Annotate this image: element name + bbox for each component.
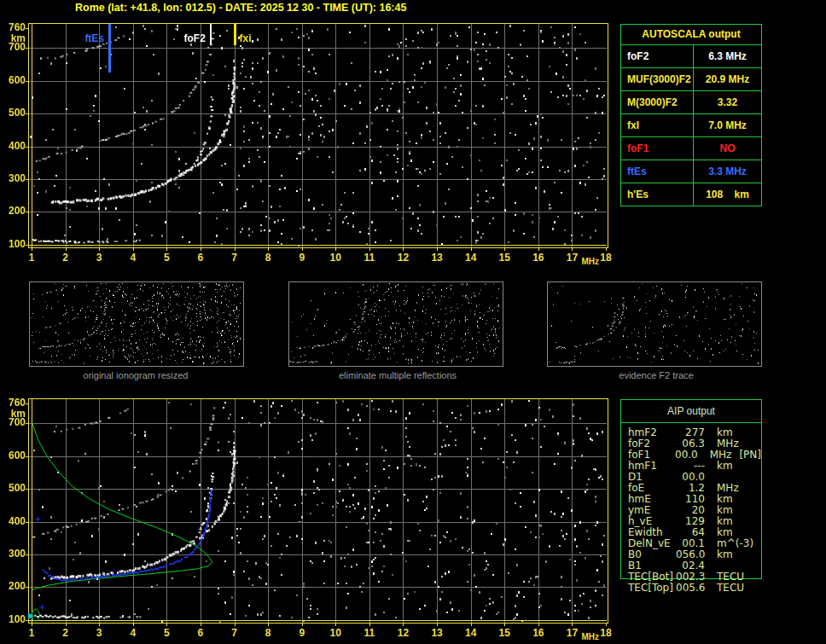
x-axis-tick-label: 2: [53, 252, 79, 264]
x-axis-tick-label: 6: [188, 628, 213, 639]
y-axis-tick-label: 100: [2, 239, 26, 250]
x-axis-tick-label: 1: [19, 252, 44, 264]
y-axis-tick-label: 200: [2, 206, 26, 217]
x-axis-tick-label: 11: [357, 628, 382, 639]
y-axis-tick-label: 500: [2, 483, 26, 494]
thumbnail-evidence-canvas: [548, 282, 759, 364]
autoscala-row: M(3000)F23.32: [621, 91, 761, 114]
thumbnail-caption-evidence: evidence F2 trace: [549, 370, 764, 380]
x-axis-tick-label: 5: [154, 252, 179, 264]
autoscala-param: h'Es: [621, 183, 694, 206]
autoscala-value: NO: [694, 137, 761, 160]
aip-rows: hmF2277kmfoF206.3MHzfoF100.0MHz[PN]hmF1-…: [621, 423, 761, 594]
x-axis-tick-label: 8: [255, 252, 281, 264]
autoscala-value: 108 km: [694, 183, 761, 206]
aip-row: TEC[Top]005.6TECU: [621, 583, 761, 594]
autoscala-param: foF2: [621, 45, 694, 67]
aip-note: [PN]: [739, 450, 761, 461]
x-axis-tick-label: 10: [323, 252, 348, 264]
y-axis-tick-label: 300: [2, 173, 26, 184]
autoscala-output-table: AUTOSCALA output foF26.3 MHzMUF(3000)F22…: [620, 24, 762, 206]
x-axis-tick-label: 2: [53, 628, 79, 639]
y-axis-tick-label: 500: [2, 107, 26, 119]
fxi-marker-label: fxi: [240, 33, 291, 44]
x-axis-tick-label: 15: [492, 628, 517, 639]
y-axis-unit-label: km: [2, 409, 26, 420]
x-axis-tick-label: 9: [289, 252, 315, 264]
autoscala-param: ftEs: [621, 160, 694, 183]
x-axis-tick-label: 14: [458, 628, 484, 639]
autoscala-table-title: AUTOSCALA output: [621, 25, 761, 45]
x-axis-tick-label: 12: [390, 628, 416, 639]
autoscala-row: h'Es108 km: [621, 183, 761, 206]
autoscala-value: 3.32: [694, 91, 761, 113]
autoscala-param: fxI: [621, 114, 694, 136]
autoscala-row: foF1NO: [621, 137, 761, 160]
x-axis-tick-label: 5: [154, 628, 179, 639]
x-axis-unit-label: MHz: [581, 256, 599, 267]
autoscala-value: 3.3 MHz: [694, 160, 761, 183]
top-ionogram-canvas: [25, 23, 608, 252]
aip-output-table: AIP output hmF2277kmfoF206.3MHzfoF100.0M…: [620, 399, 762, 579]
thumbnail-caption-original: original ionogram resized: [28, 370, 243, 380]
x-axis-tick-label: 9: [289, 628, 315, 639]
x-axis-unit-label: MHz: [581, 631, 599, 642]
x-axis-tick-label: 3: [86, 252, 112, 264]
x-axis-tick-label: 12: [390, 252, 416, 264]
x-axis-tick-label: 1: [19, 628, 44, 639]
x-axis-tick-label: 7: [222, 252, 247, 264]
autoscala-value: 6.3 MHz: [694, 45, 761, 67]
x-axis-tick-label: 6: [188, 252, 213, 264]
thumbnail-caption-eliminate: eliminate multiple reflections: [290, 370, 505, 380]
thumbnail-original-ionogram: [29, 281, 244, 367]
autoscala-param: MUF(3000)F2: [621, 68, 694, 90]
autoscala-row: fxI7.0 MHz: [621, 114, 761, 137]
x-axis-tick-label: 7: [222, 628, 247, 639]
x-axis-tick-label: 4: [120, 628, 146, 639]
autoscala-param: foF1: [621, 137, 694, 160]
y-axis-tick-label: 300: [2, 548, 26, 560]
x-axis-tick-label: 14: [458, 252, 484, 264]
aip-value: 005.6: [676, 583, 705, 594]
x-axis-tick-label: 8: [255, 628, 281, 639]
thumbnail-evidence-f2: [547, 281, 762, 367]
x-axis-tick-label: 16: [526, 628, 551, 639]
x-axis-tick-label: 10: [323, 628, 348, 639]
autoscala-value: 7.0 MHz: [694, 114, 761, 136]
x-axis-tick-label: 15: [492, 252, 517, 264]
autoscala-param: M(3000)F2: [621, 91, 694, 113]
autoscala-screen: Rome (lat: +41.8, lon: 012.5) - DATE: 20…: [0, 0, 826, 644]
y-axis-tick-label: 400: [2, 516, 26, 527]
aip-unit: km: [717, 461, 733, 472]
x-axis-tick-label: 16: [526, 252, 551, 264]
x-axis-tick-label: 13: [424, 628, 450, 639]
thumbnail-eliminate-canvas: [289, 282, 501, 364]
x-axis-tick-label: 4: [120, 252, 146, 264]
y-axis-tick-label: 200: [2, 581, 26, 592]
autoscala-row: MUF(3000)F220.9 MHz: [621, 68, 761, 91]
autoscala-row: ftEs3.3 MHz: [621, 160, 761, 183]
y-axis-tick-label: 400: [2, 141, 26, 152]
thumbnail-original-canvas: [30, 282, 241, 364]
autoscala-value: 20.9 MHz: [694, 68, 761, 90]
aip-unit: TECU: [717, 583, 744, 594]
y-axis-tick-label: 100: [2, 614, 26, 625]
x-axis-tick-label: 3: [86, 628, 112, 639]
page-title: Rome (lat: +41.8, lon: 012.5) - DATE: 20…: [75, 2, 406, 14]
ftes-marker-label: ftEs: [53, 33, 104, 44]
x-axis-tick-label: 13: [424, 252, 450, 264]
x-axis-tick-label: 11: [357, 252, 382, 264]
aip-param: TEC[Top]: [621, 583, 676, 594]
y-axis-tick-label: 600: [2, 450, 26, 461]
thumbnail-eliminate-multiples: [288, 281, 503, 367]
bottom-ionogram-profile-canvas: [25, 398, 608, 627]
y-axis-unit-label: km: [2, 33, 26, 44]
autoscala-row: foF26.3 MHz: [621, 45, 761, 68]
y-axis-tick-label: 600: [2, 75, 26, 86]
fof2-marker-label: foF2: [154, 33, 206, 44]
aip-table-title: AIP output: [621, 400, 761, 423]
aip-unit: km: [717, 549, 733, 560]
